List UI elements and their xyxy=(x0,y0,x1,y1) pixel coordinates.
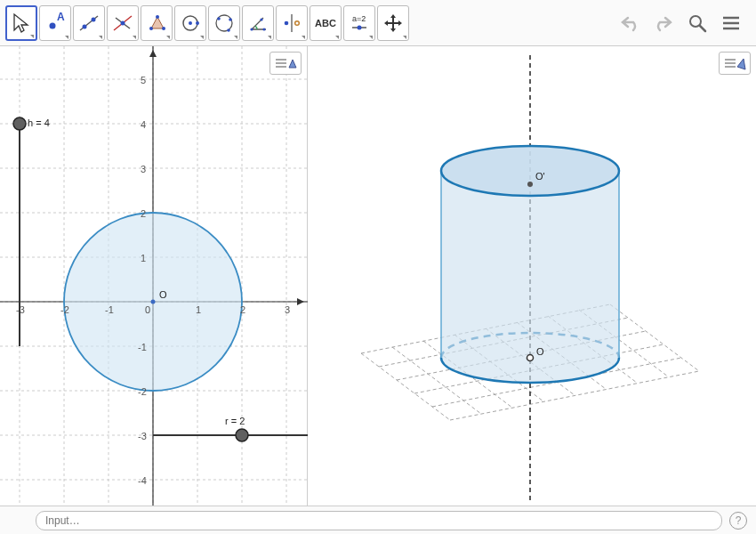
menu-button[interactable] xyxy=(719,11,744,36)
svg-text:0: 0 xyxy=(145,304,150,315)
svg-point-0 xyxy=(50,22,56,28)
svg-text:-4: -4 xyxy=(138,475,147,486)
tool-move-view[interactable] xyxy=(377,5,409,41)
svg-text:1: 1 xyxy=(141,253,146,263)
tool-text-label: ABC xyxy=(315,18,336,28)
point-oprime-3d[interactable] xyxy=(527,182,533,187)
svg-text:3: 3 xyxy=(141,164,146,174)
point-o-3d[interactable] xyxy=(527,355,534,361)
redo-button[interactable] xyxy=(651,11,676,36)
help-button[interactable]: ? xyxy=(729,512,747,530)
svg-point-26 xyxy=(358,25,362,29)
svg-point-17 xyxy=(227,28,230,32)
tool-move[interactable] xyxy=(5,5,37,41)
svg-point-7 xyxy=(121,20,125,25)
svg-point-13 xyxy=(196,21,199,25)
svg-point-9 xyxy=(162,27,165,30)
svg-point-15 xyxy=(217,17,221,20)
svg-text:5: 5 xyxy=(141,75,146,85)
input-field[interactable] xyxy=(36,511,722,530)
svg-point-18 xyxy=(250,28,253,30)
workspace: O -3 -2 -1 0 1 2 3 5 4 3 2 1 -1 -2 -3 -4… xyxy=(0,46,756,506)
svg-point-16 xyxy=(229,18,232,21)
svg-text:2: 2 xyxy=(240,304,245,315)
tool-text[interactable]: ABC xyxy=(310,5,342,41)
canvas-2d[interactable]: O -3 -2 -1 0 1 2 3 5 4 3 2 1 -1 -2 -3 -4… xyxy=(0,46,308,506)
tool-angle[interactable] xyxy=(242,5,274,41)
svg-text:-1: -1 xyxy=(138,342,147,352)
tool-polygon[interactable] xyxy=(141,5,173,41)
svg-point-12 xyxy=(189,21,192,25)
right-tools xyxy=(617,11,751,36)
slider-r-label: r = 2 xyxy=(225,416,245,426)
graphics-view-2d[interactable]: O -3 -2 -1 0 1 2 3 5 4 3 2 1 -1 -2 -3 -4… xyxy=(0,46,308,506)
stylebar-3d[interactable] xyxy=(719,52,751,75)
svg-text:a=2: a=2 xyxy=(352,14,366,23)
svg-line-2 xyxy=(80,16,98,30)
tool-reflect[interactable] xyxy=(276,5,308,41)
toolbar: A ABC a=2 xyxy=(0,0,756,46)
undo-button[interactable] xyxy=(617,11,642,36)
svg-point-8 xyxy=(149,27,153,30)
svg-text:-2: -2 xyxy=(138,386,147,397)
svg-point-19 xyxy=(262,28,265,30)
svg-line-28 xyxy=(700,26,705,31)
svg-text:-3: -3 xyxy=(138,431,147,441)
tool-line[interactable] xyxy=(73,5,105,41)
label-o-3d: O xyxy=(536,346,544,357)
svg-point-10 xyxy=(156,15,159,19)
svg-point-4 xyxy=(92,17,96,21)
tool-conic[interactable] xyxy=(208,5,240,41)
tool-slider[interactable]: a=2 xyxy=(343,5,375,41)
tool-point[interactable]: A xyxy=(39,5,71,41)
slider-r-thumb[interactable] xyxy=(236,429,248,441)
cylinder-top[interactable] xyxy=(441,146,619,196)
slider-h-thumb[interactable] xyxy=(13,117,26,130)
svg-text:1: 1 xyxy=(196,304,201,315)
svg-line-76 xyxy=(361,353,450,420)
svg-point-3 xyxy=(83,24,87,28)
slider-h-label: h = 4 xyxy=(28,117,50,128)
svg-line-84 xyxy=(610,304,699,371)
search-button[interactable] xyxy=(685,11,710,36)
stylebar-2d[interactable] xyxy=(269,52,302,75)
tool-circle[interactable] xyxy=(174,5,206,41)
svg-point-22 xyxy=(285,20,289,25)
svg-text:4: 4 xyxy=(141,119,146,130)
canvas-3d[interactable]: O O' xyxy=(308,46,756,506)
input-bar: ? xyxy=(0,506,756,534)
svg-text:-2: -2 xyxy=(60,304,69,315)
svg-text:2: 2 xyxy=(141,208,146,219)
svg-point-23 xyxy=(295,20,300,25)
point-origin[interactable] xyxy=(151,300,156,304)
svg-text:3: 3 xyxy=(285,304,290,315)
label-oprime-3d: O' xyxy=(535,171,545,182)
svg-point-20 xyxy=(260,18,262,20)
graphics-view-3d[interactable]: O O' xyxy=(308,46,756,506)
tool-perpendicular[interactable] xyxy=(107,5,139,41)
svg-text:A: A xyxy=(57,11,65,23)
origin-label: O xyxy=(159,289,167,300)
svg-text:-1: -1 xyxy=(105,304,114,315)
